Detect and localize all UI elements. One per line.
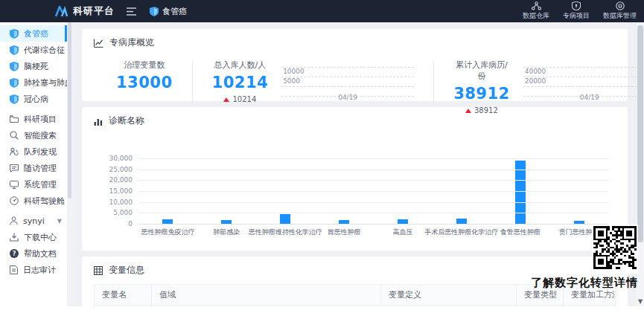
sidebar-item-research-projects[interactable]: 科研项目 bbox=[0, 111, 72, 127]
shield-icon bbox=[572, 1, 581, 10]
sidebar-item-metabolic-syndrome[interactable]: 代谢综合征 bbox=[0, 42, 72, 58]
search-icon bbox=[10, 131, 19, 140]
chart-title: 诊断名称 bbox=[109, 114, 144, 127]
x-axis-category-label: 恶性肿瘤免疫治疗 bbox=[141, 228, 194, 237]
gridline bbox=[138, 202, 608, 203]
line-chart-icon bbox=[94, 39, 103, 48]
app-title: 科研平台 bbox=[73, 4, 115, 18]
sidebar-scrollbar[interactable] bbox=[67, 22, 72, 306]
log-document-icon bbox=[10, 265, 18, 274]
col-value-range: 值域 bbox=[152, 285, 381, 306]
top-header-bar: 科研平台 食管癌 数据仓库 专病项目 bbox=[0, 0, 644, 22]
y-axis-tick: 10,000 bbox=[109, 199, 133, 206]
bar[interactable] bbox=[280, 214, 290, 224]
stat-total-records: 累计入库病历/份 38912 38912 bbox=[453, 59, 510, 114]
up-triangle-icon bbox=[465, 109, 471, 113]
overview-stats: 治理变量数 13000 总入库人数/人 10214 10214 10000 50… bbox=[94, 59, 616, 114]
y-axis-tick: 0 bbox=[128, 220, 133, 228]
y-axis-tick: 15,000 bbox=[109, 187, 133, 195]
overview-title: 专病库概览 bbox=[109, 36, 154, 49]
gridline bbox=[138, 170, 608, 170]
divider bbox=[433, 61, 434, 104]
nav-database-manage[interactable]: 数据库管理 bbox=[603, 1, 637, 21]
folder-icon bbox=[10, 115, 19, 123]
y-axis-tick: 30,000 bbox=[109, 155, 133, 162]
qr-code bbox=[592, 225, 638, 274]
sidebar-item-cohort-discovery[interactable]: 队列发现 bbox=[0, 143, 72, 160]
bar[interactable] bbox=[515, 161, 526, 224]
shield-icon bbox=[150, 7, 159, 16]
sidebar-item-help-docs[interactable]: ? 帮助文档 bbox=[0, 245, 72, 262]
sidebar-item-smart-search[interactable]: 智能搜索 bbox=[0, 127, 72, 143]
gauge-icon bbox=[10, 196, 19, 205]
col-variable-name: 变量名 bbox=[95, 285, 152, 306]
chevron-down-icon: ▼ bbox=[57, 218, 62, 225]
gridline bbox=[138, 158, 608, 159]
user-icon bbox=[10, 216, 18, 225]
shield-icon bbox=[10, 94, 19, 104]
sidebar-item-research-cockpit[interactable]: 科研驾驶舱 bbox=[0, 193, 72, 209]
sidebar-item-download-center[interactable]: 下载中心 bbox=[0, 229, 72, 245]
divider bbox=[192, 61, 193, 104]
cohort-icon bbox=[10, 147, 19, 156]
app-logo-icon bbox=[55, 6, 68, 17]
shield-icon bbox=[10, 78, 19, 88]
cluster-icon bbox=[532, 1, 541, 10]
sidebar-item-system-management[interactable]: 系统管理 bbox=[0, 176, 72, 193]
sidebar-item-pulmonary-embolism[interactable]: 肺栓塞与肺血管病 bbox=[0, 74, 72, 91]
sidebar-item-coronary-heart-disease[interactable]: 冠心病 bbox=[0, 91, 72, 107]
sparkline-records: 40000 20000 04/19 bbox=[523, 64, 644, 103]
stat-variable-count: 治理变量数 13000 bbox=[116, 59, 173, 91]
y-axis-tick: 25,000 bbox=[109, 166, 133, 173]
sidebar-item-followup-management[interactable]: 随访管理 bbox=[0, 160, 72, 176]
scrollbar-thumb[interactable] bbox=[637, 25, 643, 242]
download-icon bbox=[10, 233, 19, 242]
nav-disease-project[interactable]: 专病项目 bbox=[563, 1, 590, 21]
scrollbar-down-arrow-icon[interactable]: ▼ bbox=[637, 298, 644, 305]
up-triangle-icon bbox=[223, 97, 229, 102]
gridline bbox=[138, 191, 608, 192]
col-variable-definition: 变量定义 bbox=[381, 285, 517, 306]
gridline bbox=[138, 180, 608, 181]
bottom-white-strip bbox=[0, 306, 644, 313]
overview-title-row: 专病库概览 bbox=[94, 36, 616, 49]
bar[interactable] bbox=[456, 219, 467, 224]
promo-overlay: 了解数字化转型详情 bbox=[531, 225, 638, 290]
x-axis-category-label: 恶性肿瘤维持性化学治疗 bbox=[249, 228, 322, 237]
overview-card: 专病库概览 治理变量数 13000 总入库人数/人 10214 10214 bbox=[82, 29, 628, 101]
help-icon: ? bbox=[10, 249, 19, 258]
shield-icon bbox=[10, 62, 19, 71]
shield-icon bbox=[10, 29, 19, 39]
monitor-icon bbox=[10, 181, 19, 189]
header-nav: 数据仓库 专病项目 数据库管理 bbox=[523, 1, 637, 21]
chart-title-row: 诊断名称 bbox=[94, 114, 616, 127]
sidebar-item-cerebral-infarction[interactable]: 脑梗死 bbox=[0, 58, 72, 74]
sidebar-fold-icon[interactable] bbox=[127, 7, 136, 16]
bar-chart-icon bbox=[94, 117, 103, 126]
x-axis-category-label: 胃恶性肿瘤 bbox=[328, 228, 361, 237]
sidebar-item-esophageal-cancer[interactable]: 食管癌 bbox=[0, 25, 72, 42]
bar-chart-plot: 恶性肿瘤免疫治疗肺部感染恶性肿瘤维持性化学治疗胃恶性肿瘤高血压手术后恶性肿瘤化学… bbox=[138, 158, 608, 224]
sidebar: 食管癌 代谢综合征 脑梗死 肺栓塞与肺血管病 冠心病 科研项目 bbox=[0, 22, 72, 306]
gridline bbox=[138, 213, 608, 213]
x-axis-category-label: 高血压 bbox=[392, 228, 412, 237]
stat-total-patients: 总入库人数/人 10214 10214 bbox=[212, 59, 269, 103]
promo-caption: 了解数字化转型详情 bbox=[531, 276, 638, 290]
x-axis-category-label: 肺部感染 bbox=[213, 228, 240, 237]
chat-icon bbox=[10, 164, 19, 172]
nav-data-warehouse[interactable]: 数据仓库 bbox=[523, 1, 549, 21]
sidebar-item-user-account[interactable]: synyi ▼ bbox=[0, 213, 72, 229]
sidebar-item-log-audit[interactable]: 日志审计 bbox=[0, 262, 72, 278]
x-axis-category-label: 手术后恶性肿瘤化学治疗 bbox=[424, 228, 498, 237]
table-title: 变量信息 bbox=[109, 264, 144, 277]
tab-esophageal-cancer[interactable]: 食管癌 bbox=[150, 6, 187, 17]
y-axis-tick: 20,000 bbox=[109, 176, 133, 184]
shield-icon bbox=[10, 45, 19, 55]
y-axis-tick: 5,000 bbox=[113, 209, 133, 216]
sparkline-patients: 10000 5000 04/19 bbox=[281, 64, 414, 103]
database-manage-icon bbox=[616, 1, 625, 10]
table-icon bbox=[94, 266, 103, 275]
